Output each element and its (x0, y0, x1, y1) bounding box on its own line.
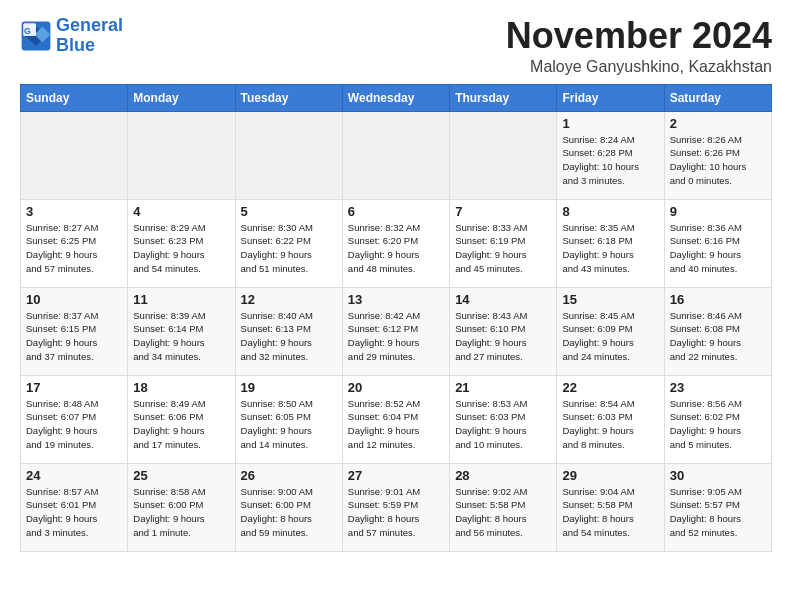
cell-info: Sunrise: 8:39 AM Sunset: 6:14 PM Dayligh… (133, 309, 229, 364)
day-number: 20 (348, 380, 444, 395)
cell-0-4 (450, 111, 557, 199)
cell-info: Sunrise: 8:58 AM Sunset: 6:00 PM Dayligh… (133, 485, 229, 540)
cell-info: Sunrise: 8:35 AM Sunset: 6:18 PM Dayligh… (562, 221, 658, 276)
header-row: Sunday Monday Tuesday Wednesday Thursday… (21, 84, 772, 111)
cell-0-1 (128, 111, 235, 199)
cell-2-0: 10Sunrise: 8:37 AM Sunset: 6:15 PM Dayli… (21, 287, 128, 375)
cell-4-3: 27Sunrise: 9:01 AM Sunset: 5:59 PM Dayli… (342, 463, 449, 551)
day-number: 12 (241, 292, 337, 307)
logo-text: General Blue (56, 16, 123, 56)
col-friday: Friday (557, 84, 664, 111)
cell-1-0: 3Sunrise: 8:27 AM Sunset: 6:25 PM Daylig… (21, 199, 128, 287)
cell-info: Sunrise: 9:04 AM Sunset: 5:58 PM Dayligh… (562, 485, 658, 540)
cell-0-0 (21, 111, 128, 199)
week-row-4: 24Sunrise: 8:57 AM Sunset: 6:01 PM Dayli… (21, 463, 772, 551)
cell-info: Sunrise: 9:02 AM Sunset: 5:58 PM Dayligh… (455, 485, 551, 540)
cell-3-2: 19Sunrise: 8:50 AM Sunset: 6:05 PM Dayli… (235, 375, 342, 463)
day-number: 15 (562, 292, 658, 307)
day-number: 19 (241, 380, 337, 395)
cell-info: Sunrise: 8:40 AM Sunset: 6:13 PM Dayligh… (241, 309, 337, 364)
cell-info: Sunrise: 8:56 AM Sunset: 6:02 PM Dayligh… (670, 397, 766, 452)
day-number: 28 (455, 468, 551, 483)
cell-4-4: 28Sunrise: 9:02 AM Sunset: 5:58 PM Dayli… (450, 463, 557, 551)
col-monday: Monday (128, 84, 235, 111)
cell-3-1: 18Sunrise: 8:49 AM Sunset: 6:06 PM Dayli… (128, 375, 235, 463)
cell-2-6: 16Sunrise: 8:46 AM Sunset: 6:08 PM Dayli… (664, 287, 771, 375)
cell-info: Sunrise: 8:29 AM Sunset: 6:23 PM Dayligh… (133, 221, 229, 276)
logo: G General Blue (20, 16, 123, 56)
col-saturday: Saturday (664, 84, 771, 111)
day-number: 22 (562, 380, 658, 395)
cell-2-5: 15Sunrise: 8:45 AM Sunset: 6:09 PM Dayli… (557, 287, 664, 375)
cell-1-3: 6Sunrise: 8:32 AM Sunset: 6:20 PM Daylig… (342, 199, 449, 287)
header: G General Blue November 2024 Maloye Gany… (20, 16, 772, 76)
cell-2-2: 12Sunrise: 8:40 AM Sunset: 6:13 PM Dayli… (235, 287, 342, 375)
day-number: 17 (26, 380, 122, 395)
cell-info: Sunrise: 8:26 AM Sunset: 6:26 PM Dayligh… (670, 133, 766, 188)
day-number: 7 (455, 204, 551, 219)
cell-info: Sunrise: 8:46 AM Sunset: 6:08 PM Dayligh… (670, 309, 766, 364)
cell-4-0: 24Sunrise: 8:57 AM Sunset: 6:01 PM Dayli… (21, 463, 128, 551)
week-row-1: 3Sunrise: 8:27 AM Sunset: 6:25 PM Daylig… (21, 199, 772, 287)
calendar-header: Sunday Monday Tuesday Wednesday Thursday… (21, 84, 772, 111)
day-number: 9 (670, 204, 766, 219)
cell-2-1: 11Sunrise: 8:39 AM Sunset: 6:14 PM Dayli… (128, 287, 235, 375)
cell-4-6: 30Sunrise: 9:05 AM Sunset: 5:57 PM Dayli… (664, 463, 771, 551)
cell-info: Sunrise: 8:52 AM Sunset: 6:04 PM Dayligh… (348, 397, 444, 452)
cell-info: Sunrise: 8:50 AM Sunset: 6:05 PM Dayligh… (241, 397, 337, 452)
day-number: 16 (670, 292, 766, 307)
day-number: 1 (562, 116, 658, 131)
week-row-0: 1Sunrise: 8:24 AM Sunset: 6:28 PM Daylig… (21, 111, 772, 199)
day-number: 2 (670, 116, 766, 131)
cell-info: Sunrise: 8:36 AM Sunset: 6:16 PM Dayligh… (670, 221, 766, 276)
cell-info: Sunrise: 8:32 AM Sunset: 6:20 PM Dayligh… (348, 221, 444, 276)
day-number: 23 (670, 380, 766, 395)
cell-info: Sunrise: 8:49 AM Sunset: 6:06 PM Dayligh… (133, 397, 229, 452)
cell-3-4: 21Sunrise: 8:53 AM Sunset: 6:03 PM Dayli… (450, 375, 557, 463)
day-number: 26 (241, 468, 337, 483)
title-area: November 2024 Maloye Ganyushkino, Kazakh… (506, 16, 772, 76)
cell-3-3: 20Sunrise: 8:52 AM Sunset: 6:04 PM Dayli… (342, 375, 449, 463)
calendar-table: Sunday Monday Tuesday Wednesday Thursday… (20, 84, 772, 552)
day-number: 24 (26, 468, 122, 483)
cell-info: Sunrise: 9:00 AM Sunset: 6:00 PM Dayligh… (241, 485, 337, 540)
cell-3-5: 22Sunrise: 8:54 AM Sunset: 6:03 PM Dayli… (557, 375, 664, 463)
cell-info: Sunrise: 8:43 AM Sunset: 6:10 PM Dayligh… (455, 309, 551, 364)
cell-1-6: 9Sunrise: 8:36 AM Sunset: 6:16 PM Daylig… (664, 199, 771, 287)
cell-info: Sunrise: 8:54 AM Sunset: 6:03 PM Dayligh… (562, 397, 658, 452)
col-tuesday: Tuesday (235, 84, 342, 111)
day-number: 11 (133, 292, 229, 307)
logo-name1: General (56, 15, 123, 35)
cell-info: Sunrise: 8:42 AM Sunset: 6:12 PM Dayligh… (348, 309, 444, 364)
cell-1-2: 5Sunrise: 8:30 AM Sunset: 6:22 PM Daylig… (235, 199, 342, 287)
cell-3-6: 23Sunrise: 8:56 AM Sunset: 6:02 PM Dayli… (664, 375, 771, 463)
cell-2-4: 14Sunrise: 8:43 AM Sunset: 6:10 PM Dayli… (450, 287, 557, 375)
calendar-body: 1Sunrise: 8:24 AM Sunset: 6:28 PM Daylig… (21, 111, 772, 551)
page-container: G General Blue November 2024 Maloye Gany… (0, 0, 792, 562)
cell-info: Sunrise: 8:30 AM Sunset: 6:22 PM Dayligh… (241, 221, 337, 276)
cell-4-5: 29Sunrise: 9:04 AM Sunset: 5:58 PM Dayli… (557, 463, 664, 551)
cell-0-3 (342, 111, 449, 199)
logo-icon: G (20, 20, 52, 52)
day-number: 18 (133, 380, 229, 395)
col-wednesday: Wednesday (342, 84, 449, 111)
day-number: 8 (562, 204, 658, 219)
cell-info: Sunrise: 9:01 AM Sunset: 5:59 PM Dayligh… (348, 485, 444, 540)
cell-4-2: 26Sunrise: 9:00 AM Sunset: 6:00 PM Dayli… (235, 463, 342, 551)
week-row-2: 10Sunrise: 8:37 AM Sunset: 6:15 PM Dayli… (21, 287, 772, 375)
cell-0-2 (235, 111, 342, 199)
cell-info: Sunrise: 8:27 AM Sunset: 6:25 PM Dayligh… (26, 221, 122, 276)
day-number: 3 (26, 204, 122, 219)
cell-info: Sunrise: 8:57 AM Sunset: 6:01 PM Dayligh… (26, 485, 122, 540)
day-number: 4 (133, 204, 229, 219)
cell-1-1: 4Sunrise: 8:29 AM Sunset: 6:23 PM Daylig… (128, 199, 235, 287)
cell-3-0: 17Sunrise: 8:48 AM Sunset: 6:07 PM Dayli… (21, 375, 128, 463)
subtitle: Maloye Ganyushkino, Kazakhstan (506, 58, 772, 76)
svg-text:G: G (24, 25, 31, 35)
day-number: 13 (348, 292, 444, 307)
week-row-3: 17Sunrise: 8:48 AM Sunset: 6:07 PM Dayli… (21, 375, 772, 463)
cell-1-4: 7Sunrise: 8:33 AM Sunset: 6:19 PM Daylig… (450, 199, 557, 287)
cell-1-5: 8Sunrise: 8:35 AM Sunset: 6:18 PM Daylig… (557, 199, 664, 287)
cell-4-1: 25Sunrise: 8:58 AM Sunset: 6:00 PM Dayli… (128, 463, 235, 551)
day-number: 30 (670, 468, 766, 483)
